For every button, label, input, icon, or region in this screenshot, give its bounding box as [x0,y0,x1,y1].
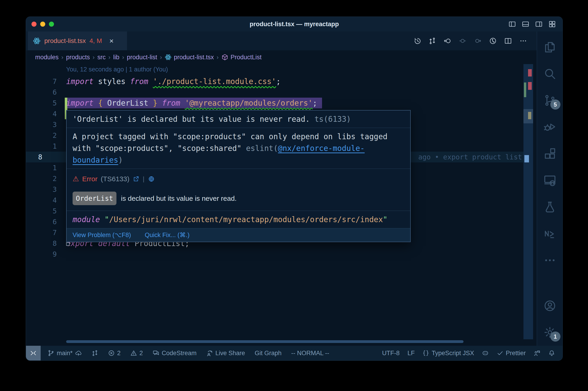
ruler-mark-error [528,82,532,90]
line-number[interactable]: 7 [26,76,57,87]
code-token: import [66,98,93,107]
code-token: './product-list.module.css' [153,77,276,86]
line-number[interactable]: 1 [26,141,57,152]
run-debug-activity-button[interactable] [543,121,556,133]
line-number[interactable]: 5 [26,98,57,108]
editor[interactable]: You, 12 seconds ago | 1 author (You) 7im… [26,64,537,346]
tab-close-button[interactable]: × [109,37,114,45]
hover-action-view[interactable]: View Problem (⌥F8) [73,231,131,239]
line-number[interactable]: 8 [26,238,57,249]
breadcrumb-label: product-list.tsx [174,54,214,61]
line-number[interactable]: 5 [26,206,57,216]
globe-icon[interactable] [148,176,155,182]
warning-icon: ⚠ [73,173,79,185]
line-number[interactable]: 2 [26,130,57,141]
line-number[interactable]: 8 [38,152,42,162]
layout-panel-icon[interactable] [522,20,529,28]
hover-action-quick[interactable]: Quick Fix... (⌘.) [145,231,189,239]
ruler-mark-error [528,69,532,77]
line-number[interactable]: 3 [26,184,57,195]
status-git-graph[interactable]: Git Graph [255,350,282,357]
window-title: product-list.tsx — myreactapp [26,17,563,31]
timeline-icon[interactable] [413,37,421,45]
more-actions-icon[interactable] [519,37,527,45]
code-line[interactable]: 7import styles from './product-list.modu… [26,76,537,87]
breadcrumb-item-productlist[interactable]: ProductList [221,54,262,61]
navigate-back-icon[interactable] [443,37,451,45]
compare-changes-icon[interactable] [428,37,436,45]
status-compare[interactable] [91,350,98,357]
hover-resize-handle[interactable] [66,242,70,246]
status-warnings[interactable]: 2 [130,350,143,357]
line-number[interactable]: 2 [26,173,57,184]
tab-product-list[interactable]: product-list.tsx 4, M × [28,31,127,50]
git-branch-icon [48,350,54,357]
line-number[interactable]: 4 [26,108,57,119]
status-feedback[interactable] [534,350,540,357]
line-number[interactable]: 7 [26,227,57,238]
layout-sidebar-left-icon[interactable] [508,20,516,28]
remote-explorer-activity-button[interactable] [543,174,556,187]
breadcrumb-label: product-list [127,54,157,61]
line-number[interactable]: 4 [26,195,57,206]
status-language-mode[interactable]: TypeScript JSX [422,350,474,357]
settings-gear-activity-button[interactable]: 1 [543,326,556,339]
search-activity-button[interactable] [543,67,556,80]
status-live-share[interactable]: Live Share [206,350,245,357]
next-change-icon[interactable] [474,37,482,45]
status-errors[interactable]: 2 [108,350,121,357]
layout-sidebar-right-icon[interactable] [535,20,543,28]
source-control-activity-button[interactable]: 5 [543,94,556,107]
status-notifications[interactable] [548,350,555,357]
tab-dirty-badge: 4, M [89,37,102,45]
breadcrumb-item-products[interactable]: products [66,54,90,61]
status-vim-mode[interactable]: -- NORMAL -- [291,350,329,357]
code-line[interactable]: 9 [26,249,537,260]
breadcrumb-separator: › [119,54,127,61]
split-editor-icon[interactable] [504,37,512,45]
code-token: ; [276,77,281,86]
line-number[interactable]: 6 [26,87,57,98]
breadcrumb-item-product-list[interactable]: product-list [127,54,157,61]
horizontal-scrollbar[interactable] [66,340,464,343]
line-number[interactable]: 3 [26,119,57,130]
code-token [93,98,98,107]
code-token: { [98,98,103,107]
external-link-icon[interactable] [133,176,139,182]
line-number[interactable]: 1 [26,162,57,173]
extensions-activity-button[interactable] [543,147,556,160]
status-encoding[interactable]: UTF-8 [382,350,400,357]
nx-console-activity-button[interactable] [543,227,556,240]
status-prettier[interactable]: Prettier [497,350,526,357]
breadcrumb-item-src[interactable]: src [97,54,106,61]
customize-layout-icon[interactable] [548,20,556,28]
commit-graph-icon[interactable] [489,37,497,45]
more-views-activity-button[interactable] [543,254,556,267]
inline-blame-annotation: ago • export product list … [418,152,530,162]
status-codestream[interactable]: CodeStream [153,350,197,357]
code-line[interactable]: 6 [26,87,537,98]
symbol-chip: OrderList [73,192,116,205]
breadcrumb-item-lib[interactable]: lib [113,54,119,61]
status-label: LF [408,350,415,357]
explorer-activity-button[interactable] [543,41,556,54]
breadcrumb-item-modules[interactable]: modules [35,54,59,61]
status-eol[interactable]: LF [408,350,415,357]
status-copilot[interactable] [482,350,489,357]
remote-indicator[interactable] [26,346,41,360]
overview-ruler[interactable] [523,64,533,339]
breadcrumb-item-product-list-tsx[interactable]: product-list.tsx [165,54,214,61]
testing-activity-button[interactable] [543,200,556,213]
code-line[interactable]: 5import { OrderList } from '@myreactapp/… [26,98,537,108]
react-icon [165,54,171,61]
status-label: Git Graph [255,350,282,357]
account-activity-button[interactable] [543,299,556,312]
desktop: product-list.tsx — myreactapp product-li… [0,0,588,391]
line-number[interactable]: 9 [26,249,57,260]
activity-bar-bottom: 1 [543,299,556,339]
error-detail-text: is declared but its value is never read. [121,193,237,204]
status-branch[interactable]: main* [48,350,82,357]
line-number[interactable]: 6 [26,216,57,227]
previous-change-icon[interactable] [459,37,467,45]
warning-triangle-icon [130,350,137,357]
